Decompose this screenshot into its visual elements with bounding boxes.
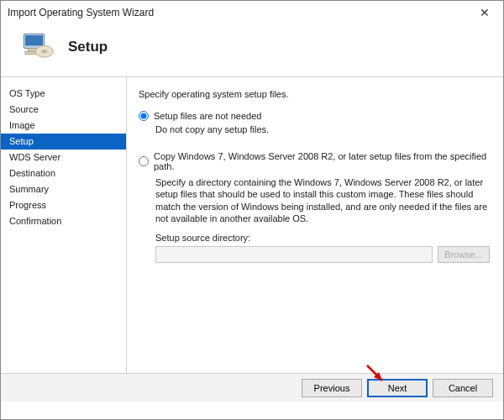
- instruction-text: Specify operating system setup files.: [139, 89, 490, 99]
- sidebar-item-image[interactable]: Image: [1, 118, 126, 134]
- sidebar-item-confirmation[interactable]: Confirmation: [1, 213, 126, 229]
- setup-source-dir-row: Browse...: [155, 246, 490, 263]
- radio-no-setup-files-input[interactable]: [139, 111, 149, 121]
- svg-rect-1: [25, 35, 43, 45]
- sidebar-item-wds-server[interactable]: WDS Server: [1, 150, 126, 165]
- wizard-steps-sidebar: OS Type Source Image Setup WDS Server De…: [1, 77, 127, 373]
- main-panel: Specify operating system setup files. Se…: [127, 77, 503, 373]
- computer-os-icon: [19, 29, 55, 65]
- window-title: Import Operating System Wizard: [8, 7, 473, 18]
- titlebar: Import Operating System Wizard ✕: [1, 1, 503, 24]
- sidebar-item-os-type[interactable]: OS Type: [1, 86, 126, 102]
- radio-copy-setup-files-label: Copy Windows 7, Windows Server 2008 R2, …: [154, 151, 490, 171]
- option-b-description: Specify a directory containing the Windo…: [155, 176, 490, 224]
- sidebar-item-summary[interactable]: Summary: [1, 181, 126, 197]
- page-title: Setup: [68, 39, 108, 55]
- sidebar-item-source[interactable]: Source: [1, 102, 126, 118]
- next-button[interactable]: Next: [367, 379, 428, 397]
- wizard-footer: Previous Next Cancel: [1, 373, 503, 402]
- cancel-button[interactable]: Cancel: [433, 379, 493, 397]
- option-no-setup-files: Setup files are not needed Do not copy a…: [139, 111, 490, 134]
- content-area: OS Type Source Image Setup WDS Server De…: [1, 77, 503, 373]
- sidebar-item-setup[interactable]: Setup: [1, 134, 126, 150]
- radio-copy-setup-files-input[interactable]: [139, 156, 149, 166]
- close-icon[interactable]: ✕: [473, 6, 496, 19]
- previous-button[interactable]: Previous: [302, 379, 362, 397]
- option-copy-setup-files: Copy Windows 7, Windows Server 2008 R2, …: [139, 151, 490, 263]
- radio-no-setup-files-label: Setup files are not needed: [154, 111, 261, 121]
- setup-source-dir-label: Setup source directory:: [155, 233, 490, 243]
- radio-no-setup-files[interactable]: Setup files are not needed: [139, 111, 490, 121]
- wizard-header: Setup: [1, 24, 503, 76]
- svg-point-5: [41, 50, 47, 53]
- browse-button[interactable]: Browse...: [438, 246, 490, 263]
- setup-source-directory-input[interactable]: [155, 246, 433, 263]
- radio-copy-setup-files[interactable]: Copy Windows 7, Windows Server 2008 R2, …: [139, 151, 490, 171]
- sidebar-item-destination[interactable]: Destination: [1, 165, 126, 181]
- sidebar-item-progress[interactable]: Progress: [1, 197, 126, 213]
- option-a-subtext: Do not copy any setup files.: [155, 124, 490, 134]
